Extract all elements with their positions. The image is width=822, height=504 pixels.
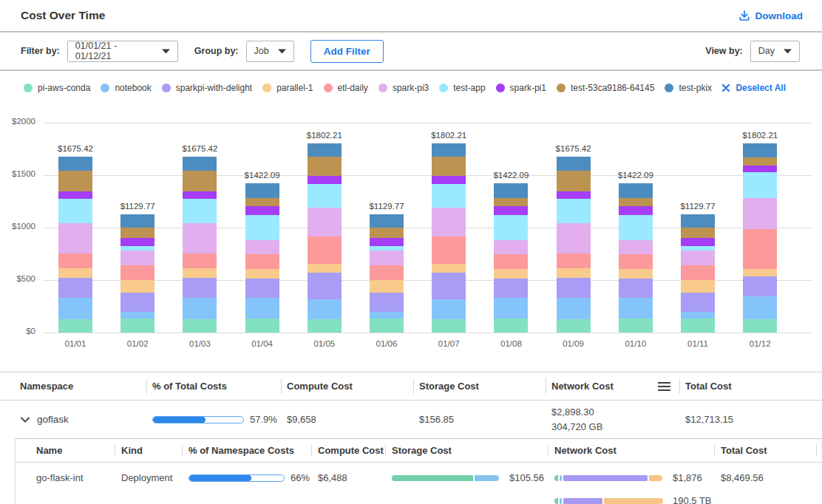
pct-namespace-bar [188,474,285,482]
bar-segment-sparkpi-with-delight [245,279,279,298]
bar-segment-test-app [432,184,466,208]
cost-chart: $0$500$1000$1500$2000$1675.4201/01$1129.… [0,104,822,369]
header: Cost Over Time Download [0,0,822,33]
bar-01/02[interactable] [120,214,154,333]
toolbar: Filter by: 01/01/21 - 01/12/21 Group by:… [0,33,822,71]
bar-total-label: $1129.77 [665,202,731,211]
bar-01/10[interactable] [619,183,653,333]
date-range-select[interactable]: 01/01/21 - 01/12/21 [67,41,178,62]
col-network: Network Cost [548,439,714,462]
group-by-select[interactable]: Job [246,41,294,62]
legend-item-test-pkix[interactable]: test-pkix [665,83,712,93]
page-title: Cost Over Time [21,9,105,22]
bar-total-label: $1802.21 [415,131,482,140]
bar-segment-etl-daily [183,253,217,268]
view-by-label: View by: [705,46,742,56]
legend-item-sparkpi-with-delight[interactable]: sparkpi-with-delight [162,83,252,93]
deselect-all-button[interactable]: Deselect All [722,83,786,93]
col-name: Name [16,439,115,462]
bar-segment-etl-daily [308,236,342,264]
bar-segment-spark-pi3 [58,223,92,254]
bar-01/04[interactable] [245,183,279,333]
pct-total-bar [152,416,244,423]
bar-total-label: $1802.21 [727,131,793,140]
bar-segment-spark-pi1 [681,238,715,246]
close-icon [722,84,730,92]
download-button[interactable]: Download [738,10,804,21]
bar-01/06[interactable] [370,214,404,333]
bar-segment-pi-aws-conda [245,319,279,332]
bar-segment-etl-daily [619,254,653,268]
view-by-select[interactable]: Day [750,41,800,62]
workload-name[interactable]: go-flask-int [16,471,115,486]
storage-cost-cell: $105.56 [385,471,548,486]
bar-01/08[interactable] [494,183,528,333]
bar-segment-notebook [183,298,217,319]
add-filter-button[interactable]: Add Filter [310,40,384,63]
legend-dot [557,84,565,92]
bar-segment-parallel-1 [743,269,777,277]
bar-01/07[interactable] [432,143,466,333]
bar-01/11[interactable] [681,214,715,333]
legend-label: test-app [453,83,485,93]
legend-item-notebook[interactable]: notebook [101,83,151,93]
chevron-down-icon[interactable] [21,417,30,423]
legend-item-parallel-1[interactable]: parallel-1 [262,83,313,93]
x-axis-label: 01/05 [291,339,358,348]
minibar-segment-orange [604,498,663,504]
bar-segment-test-53ca9186-64145 [308,157,342,176]
bar-01/09[interactable] [557,157,591,333]
chevron-down-icon [162,49,170,54]
bar-segment-test-pkix [245,183,279,198]
bar-segment-sparkpi-with-delight [681,293,715,311]
legend-item-spark-pi1[interactable]: spark-pi1 [496,83,546,93]
bar-segment-parallel-1 [557,268,591,278]
table-row: goflask 57.9% $9,658 $156.85 $2,898.30 3… [0,401,822,438]
namespace-cell[interactable]: goflask [0,414,146,425]
bar-segment-sparkpi-with-delight [557,278,591,298]
bar-01/03[interactable] [183,157,217,333]
bar-01/12[interactable] [743,143,777,333]
bar-total-label: $1422.09 [478,171,544,180]
legend-dot [324,84,333,92]
legend-item-etl-daily[interactable]: etl-daily [324,83,368,93]
legend-item-pi-aws-conda[interactable]: pi-aws-conda [24,83,90,93]
pct-total-cell: 57.9% [146,414,281,425]
bar-segment-test-app [557,199,591,223]
network-cost-cell: $1,876 190.5 TB [548,471,714,504]
bar-segment-pi-aws-conda [308,319,342,333]
legend-item-spark-pi3[interactable]: spark-pi3 [378,83,429,93]
download-label: Download [755,10,804,21]
view-by-value: Day [758,46,775,56]
workload-kind: Deployment [115,471,182,486]
legend-item-test-53ca9186-64145[interactable]: test-53ca9186-64145 [557,83,654,93]
network-cost-bar [554,475,666,481]
legend-item-test-app[interactable]: test-app [439,83,485,93]
bar-segment-parallel-1 [245,269,279,279]
bar-01/01[interactable] [58,157,92,333]
bar-01/05[interactable] [308,143,342,333]
minibar-segment-blue [560,475,563,481]
legend-label: etl-daily [338,83,368,93]
bar-segment-sparkpi-with-delight [619,279,653,298]
minibar-segment-blue [560,498,563,504]
bar-segment-test-pkix [183,157,217,170]
bar-segment-parallel-1 [619,269,653,279]
legend: pi-aws-condanotebooksparkpi-with-delight… [0,71,822,104]
legend-label: notebook [115,83,151,93]
legend-dot [496,84,505,92]
bar-segment-etl-daily [494,254,528,268]
network-usage-value: 304,720 GB [551,420,679,435]
bar-segment-test-app [619,215,653,240]
bar-segment-sparkpi-with-delight [494,279,528,298]
filter-by-label: Filter by: [21,46,60,56]
menu-icon[interactable] [658,382,670,391]
minibar-segment-purple [563,475,647,481]
bar-segment-etl-daily [557,253,591,268]
y-axis-tick: $0 [0,327,35,336]
legend-label: pi-aws-conda [38,83,90,93]
bar-segment-etl-daily [120,265,154,280]
bar-segment-pi-aws-conda [183,319,217,333]
compute-cost-cell: $6,488 [311,471,385,486]
bar-segment-test-53ca9186-64145 [494,198,528,207]
